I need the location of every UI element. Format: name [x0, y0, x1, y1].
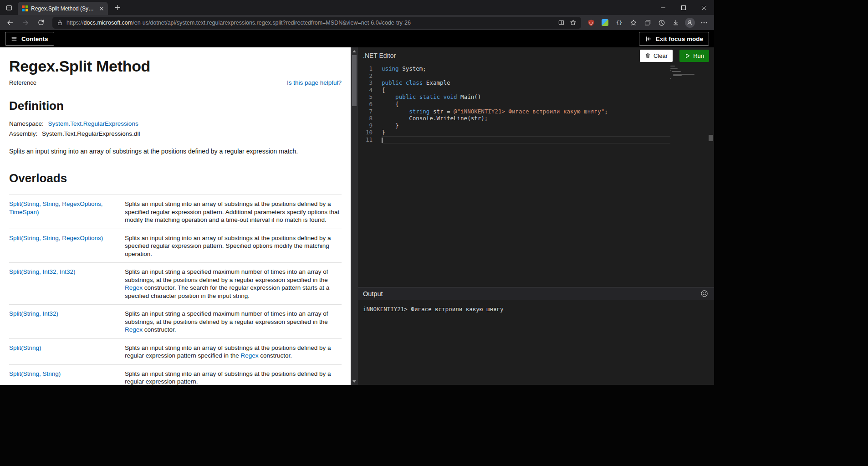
page-scrollbar[interactable] — [351, 47, 358, 385]
back-button[interactable] — [3, 16, 17, 29]
feedback-button[interactable] — [699, 289, 709, 299]
overload-row: Split(String, Int32, Int32)Splits an inp… — [9, 263, 342, 305]
code-line-3[interactable]: 3public class Example — [358, 79, 714, 87]
minimize-icon — [660, 5, 666, 10]
code-editor[interactable]: 1using System;23public class Example4{5 … — [358, 64, 714, 287]
ellipsis-icon — [700, 19, 708, 26]
scroll-up-arrow[interactable] — [351, 48, 358, 54]
code-line-11[interactable]: 11 — [358, 136, 714, 143]
braces-extension-button[interactable]: {} — [612, 16, 626, 29]
code-text: { — [382, 87, 670, 94]
overload-link[interactable]: Split(String, String, RegexOptions, Time… — [9, 200, 103, 215]
overload-link[interactable]: Split(String, Int32, Int32) — [9, 268, 76, 275]
output-console: iNNOKENTIY21> Фигасе встроили какую шняг… — [358, 300, 714, 385]
namespace-link[interactable]: System.Text.RegularExpressions — [48, 120, 138, 127]
line-number: 3 — [358, 79, 373, 87]
code-text: string str = @"iNNOKENTIY21> Фигасе встр… — [382, 108, 670, 115]
tab-strip: Regex.Split Method (System.Text — [0, 0, 714, 15]
overload-link[interactable]: Split(String, String) — [9, 370, 61, 377]
clear-button[interactable]: Clear — [640, 50, 673, 62]
code-line-8[interactable]: 8 Console.WriteLine(str); — [358, 115, 714, 122]
triangle-up-icon — [352, 50, 356, 52]
run-label: Run — [693, 52, 704, 59]
favorites-button[interactable] — [626, 16, 640, 29]
reference-label: Reference — [9, 79, 36, 86]
window-maximize-button[interactable] — [673, 0, 694, 15]
favorites-icon — [630, 19, 637, 26]
code-line-9[interactable]: 9 } — [358, 122, 714, 129]
line-number: 8 — [358, 115, 373, 122]
collections-button[interactable] — [640, 16, 654, 29]
code-text — [382, 136, 670, 143]
scrollbar-thumb[interactable] — [352, 55, 357, 106]
minimap[interactable] — [670, 66, 709, 81]
profile-avatar — [685, 18, 695, 28]
forward-button[interactable] — [19, 16, 32, 29]
code-line-7[interactable]: 7 string str = @"iNNOKENTIY21> Фигасе вс… — [358, 108, 714, 115]
tab-close-icon[interactable] — [97, 5, 105, 12]
favorites-star-icon[interactable] — [570, 19, 577, 26]
tab-actions-icon — [5, 4, 13, 11]
exit-focus-icon — [645, 36, 652, 42]
address-bar[interactable]: https://docs.microsoft.com/en-us/dotnet/… — [52, 17, 581, 29]
refresh-button[interactable] — [34, 16, 48, 29]
output-title: Output — [363, 290, 383, 297]
line-number: 1 — [358, 65, 373, 72]
downloads-button[interactable] — [669, 16, 683, 29]
ublock-extension-button[interactable] — [584, 16, 598, 29]
overload-description: Splits an input string a specified maxim… — [125, 310, 342, 334]
url-protocol: https:// — [66, 20, 84, 26]
code-text: public class Example — [382, 79, 670, 87]
tab-actions-menu-button[interactable] — [3, 2, 15, 13]
code-line-2[interactable]: 2 — [358, 72, 714, 80]
smiley-icon — [700, 290, 708, 297]
plus-icon — [115, 5, 121, 10]
code-line-6[interactable]: 6 { — [358, 101, 714, 108]
code-line-10[interactable]: 10} — [358, 129, 714, 136]
overload-link[interactable]: Split(String, String, RegexOptions) — [9, 235, 103, 241]
regex-class-link[interactable]: Regex — [125, 284, 143, 291]
url-domain: docs.microsoft.com — [84, 20, 133, 26]
urlbar-icons — [558, 19, 577, 26]
line-number: 10 — [358, 129, 373, 136]
overload-description: Splits an input string into an array of … — [125, 370, 342, 385]
code-line-5[interactable]: 5 public static void Main() — [358, 93, 714, 101]
code-line-1[interactable]: 1using System; — [358, 65, 714, 72]
new-tab-button[interactable] — [112, 2, 123, 13]
immersive-reader-icon[interactable] — [558, 19, 565, 26]
regex-class-link[interactable]: Regex — [240, 352, 258, 359]
code-area[interactable]: 1using System;23public class Example4{5 … — [358, 65, 714, 143]
code-line-4[interactable]: 4{ — [358, 87, 714, 94]
definition-heading: Definition — [9, 99, 342, 113]
overload-link[interactable]: Split(String, Int32) — [9, 310, 58, 317]
settings-menu-button[interactable] — [697, 16, 711, 29]
code-text: public static void Main() — [382, 93, 670, 101]
profile-button[interactable] — [683, 16, 697, 29]
overload-link[interactable]: Split(String) — [9, 344, 41, 351]
run-button[interactable]: Run — [679, 50, 709, 62]
collections-icon — [644, 19, 651, 26]
overload-name-cell: Split(String) — [9, 344, 125, 360]
overload-description: Splits an input string a specified maxim… — [125, 268, 342, 300]
regex-class-link[interactable]: Regex — [125, 326, 143, 333]
scroll-down-arrow[interactable] — [351, 378, 358, 384]
page-helpful-link[interactable]: Is this page helpful? — [287, 79, 342, 86]
window-minimize-button[interactable] — [653, 0, 673, 15]
meta-row: Reference Is this page helpful? — [9, 79, 342, 86]
line-number: 6 — [358, 101, 373, 108]
overload-row: Split(String, String, RegexOptions)Split… — [9, 229, 342, 263]
contents-button[interactable]: Contents — [5, 32, 54, 46]
exit-focus-mode-button[interactable]: Exit focus mode — [639, 32, 709, 46]
history-button[interactable] — [654, 16, 669, 29]
forward-arrow-icon — [22, 19, 29, 26]
overload-name-cell: Split(String, Int32) — [9, 310, 125, 334]
close-icon — [701, 5, 707, 10]
line-number: 11 — [358, 136, 373, 143]
extension-button[interactable] — [598, 16, 612, 29]
line-number: 7 — [358, 108, 373, 115]
assembly-value: System.Text.RegularExpressions.dll — [42, 130, 140, 137]
window-close-button[interactable] — [694, 0, 714, 15]
extension-icon — [602, 19, 608, 26]
browser-tab[interactable]: Regex.Split Method (System.Text — [18, 2, 108, 15]
line-number: 9 — [358, 122, 373, 129]
